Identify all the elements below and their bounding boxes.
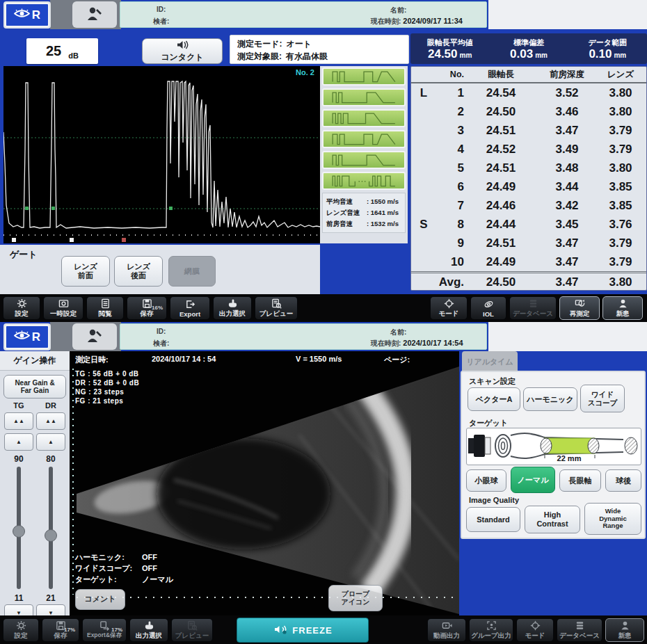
dr-label: DR <box>35 401 66 410</box>
settings-button[interactable]: 設定 <box>3 296 40 320</box>
temp-settings-button[interactable]: 一時設定 <box>43 296 83 320</box>
export-button[interactable]: Export <box>170 296 210 320</box>
remeasure-button[interactable]: 再測定 <box>559 296 600 320</box>
gate-pattern-button-6[interactable] <box>322 172 406 190</box>
eye-icon <box>14 330 30 344</box>
gate-pattern-button-1[interactable] <box>322 67 406 86</box>
mode-icon <box>444 298 454 309</box>
eye-side-button[interactable]: R <box>3 323 51 351</box>
browse-button[interactable]: 閲覧 <box>86 296 124 320</box>
hand-icon <box>227 298 238 309</box>
snapshot-icon <box>58 298 69 309</box>
dr-up-button[interactable]: ▲ <box>36 433 65 451</box>
output-select-button[interactable]: 出力選択 <box>213 296 252 320</box>
iq-standard-button[interactable]: Standard <box>466 507 520 532</box>
scan-settings-panel: スキャン設定 ベクターA ハーモニック ワイド スコープ ターゲット <box>461 371 646 539</box>
toolbar: 設定 一時設定 閲覧 16% 保存 Export 出力選択 プレビュー <box>0 294 647 322</box>
lens-front-gate-button[interactable]: レンズ 前面 <box>61 256 110 287</box>
measure-datetime-value: 2024/10/17 14 : 54 <box>152 355 216 363</box>
long-axis-button[interactable]: 長眼軸 <box>559 469 601 492</box>
tab-realtime[interactable]: リアルタイム <box>462 351 518 372</box>
page-label: ページ: <box>384 355 410 365</box>
ascan-screen: R ID: 検者: 名前: 現在時刻:2024/09/17 11:34 TOME… <box>0 0 647 322</box>
group-output-button[interactable]: グループ出力 <box>469 618 513 642</box>
target-heading: ターゲット <box>469 418 508 428</box>
output-select-button[interactable]: 出力選択 <box>129 618 168 642</box>
wide-scope-button[interactable]: ワイド スコープ <box>580 385 625 412</box>
table-row[interactable]: S824.443.453.76 <box>411 215 646 234</box>
tg-up-fast-button[interactable]: ▲▲ <box>4 412 33 430</box>
iq-wide-dynamic-button[interactable]: Wide Dynamic Range <box>584 503 641 535</box>
harmonic-button[interactable]: ハーモニック <box>523 387 577 411</box>
preview-button: プレビュー <box>171 618 213 642</box>
gain-readout-block: TG : 56 dB + 0 dB DR : 52 dB + 0 dB NG :… <box>75 369 139 405</box>
patient-info-bar[interactable]: ID: 検者: 名前: 現在時刻:2024/10/17 14:54 <box>120 323 487 350</box>
retrobulbar-button[interactable]: 球後 <box>605 469 641 492</box>
normal-target-button[interactable]: ノーマル <box>511 467 555 493</box>
table-row[interactable]: 724.463.423.85 <box>411 196 646 215</box>
table-row[interactable]: 924.513.473.79 <box>411 234 646 252</box>
gate-pattern-icon <box>324 69 404 84</box>
video-output-button[interactable]: 動画出力 <box>427 618 466 642</box>
measurement-table: No. 眼軸長 前房深度 レンズ L124.543.523.80 224.503… <box>410 66 647 291</box>
gate-pattern-button-2[interactable] <box>322 88 406 106</box>
near-far-gain-button[interactable]: Near Gain & Far Gain <box>3 375 66 399</box>
id-label: ID: <box>157 328 166 335</box>
preview-button[interactable]: プレビュー <box>255 296 298 320</box>
new-patient-button[interactable]: 新患 <box>602 296 643 320</box>
probe-icon-button[interactable]: プローブ アイコン <box>328 585 383 611</box>
gate-panel: ゲート レンズ 前面 レンズ 後面 網膜 <box>0 245 320 294</box>
iol-button[interactable]: IOL <box>470 296 506 320</box>
table-row[interactable]: 224.503.463.80 <box>411 102 646 121</box>
dr-slider-thumb[interactable] <box>45 529 57 542</box>
small-eye-button[interactable]: 小眼球 <box>466 469 506 492</box>
tg-max-value: 90 <box>3 454 34 464</box>
table-row[interactable]: 424.523.493.79 <box>411 140 646 159</box>
patient-button[interactable] <box>72 1 117 28</box>
eye-side-button[interactable]: R <box>3 1 51 29</box>
table-row[interactable]: 324.513.473.79 <box>411 121 646 140</box>
dr-up-fast-button[interactable]: ▲▲ <box>36 412 65 430</box>
table-row[interactable]: 624.493.443.85 <box>411 177 646 196</box>
examiner-label: 検者: <box>153 17 169 26</box>
contact-button[interactable]: コンタクト <box>142 38 223 64</box>
bscan-image-area[interactable]: 測定日時: 2024/10/17 14 : 54 V = 1550 m/s ペー… <box>70 351 459 615</box>
save-button[interactable]: 17% 保存 <box>42 618 79 642</box>
table-row[interactable]: 524.513.483.80 <box>411 159 646 177</box>
measurement-mode-row: 測定モード:オート <box>237 38 408 50</box>
dr-slider-track[interactable] <box>49 467 53 589</box>
tg-slider-thumb[interactable] <box>13 525 25 538</box>
gate-pattern-button-5[interactable] <box>322 151 406 169</box>
settings-button[interactable]: 設定 <box>3 618 39 642</box>
table-row[interactable]: 1024.493.473.79 <box>411 252 646 271</box>
export-save-button[interactable]: 17% Export&保存 <box>82 618 127 642</box>
new-patient-button[interactable]: 新患 <box>605 618 644 642</box>
tg-up-button[interactable]: ▲ <box>4 433 33 451</box>
gain-db-display[interactable]: 25 dB <box>26 38 98 64</box>
dr-max-value: 80 <box>35 454 66 464</box>
lens-back-gate-button[interactable]: レンズ 後面 <box>114 256 163 287</box>
gain-panel-title: ゲイン操作 <box>0 351 70 371</box>
trace-number: No. 2 <box>296 68 314 77</box>
table-row[interactable]: L124.543.523.80 <box>411 83 646 102</box>
mode-button[interactable]: モード <box>430 296 468 320</box>
lens-velocity: レンズ音速: 1641 m/s <box>326 207 401 218</box>
gate-pattern-button-3[interactable] <box>322 109 406 127</box>
patient-info-bar[interactable]: ID: 検者: 名前: 現在時刻:2024/09/17 11:34 <box>120 1 487 28</box>
mean-velocity: 平均音速: 1550 m/s <box>326 196 401 207</box>
database-button[interactable]: データベース <box>557 618 602 642</box>
gate-pattern-column: 平均音速: 1550 m/s レンズ音速: 1641 m/s 前房音速: 153… <box>320 66 408 243</box>
patient-button[interactable] <box>72 323 117 350</box>
ascan-waveform-area[interactable]: No. 2 <box>3 66 320 243</box>
save-button[interactable]: 16% 保存 <box>127 296 167 320</box>
vector-a-button[interactable]: ベクターA <box>468 387 520 411</box>
data-range: データ範囲 0.10mm <box>568 33 647 64</box>
measure-datetime-label: 測定日時: <box>75 355 109 365</box>
comment-button[interactable]: コメント <box>75 589 125 610</box>
iq-high-contrast-button[interactable]: High Contrast <box>525 506 580 533</box>
dr-min-value: 21 <box>35 593 66 603</box>
freeze-button[interactable]: FREEZE <box>237 618 369 643</box>
mode-button[interactable]: モード <box>516 618 554 642</box>
gate-pattern-button-4[interactable] <box>322 130 406 148</box>
tg-min-value: 11 <box>3 593 34 603</box>
